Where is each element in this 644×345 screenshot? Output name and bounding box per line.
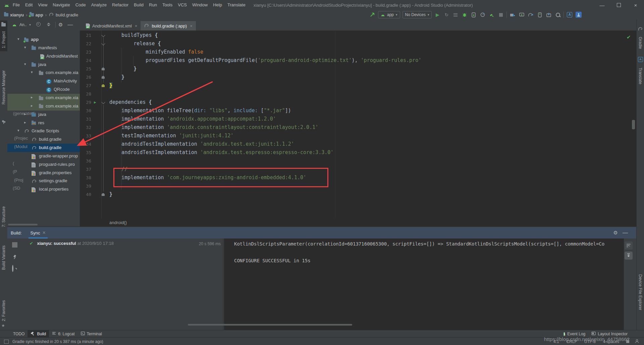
tree-item-java[interactable]: ▾java	[7, 61, 80, 69]
menu-tools[interactable]: Tools	[160, 0, 175, 10]
menu-help[interactable]: Help	[210, 0, 225, 10]
tool-button-build[interactable]: Build	[28, 330, 49, 338]
build-settings-gear-icon[interactable]: ⚙	[613, 230, 618, 236]
tree-item-androidmanifest[interactable]: AndroidManifest	[7, 52, 80, 61]
chevron-down-icon[interactable]: ▾	[24, 45, 26, 50]
fold-end-icon[interactable]	[102, 84, 105, 87]
breadcrumb-build.gradle[interactable]: build.gradle	[49, 12, 78, 17]
maximize-button[interactable]	[610, 0, 627, 10]
tree-item-settings-gradle[interactable]: settings.gradle(Proj	[7, 177, 80, 185]
favorites-star-icon[interactable]: ★	[1, 323, 5, 328]
coverage-icon[interactable]	[452, 11, 459, 18]
chevron-down-icon[interactable]: ▾	[31, 70, 33, 74]
fold-collapse-icon[interactable]	[101, 42, 105, 45]
tool-button-structure[interactable]: 7: Structure	[0, 203, 7, 230]
tool-button-todo[interactable]: TODO	[8, 330, 28, 338]
tool-button-build-variants[interactable]: Build Variants	[0, 240, 7, 275]
tree-item-proguard-rules-pro[interactable]: proguard-rules.pro(	[7, 160, 80, 169]
search-everywhere-icon[interactable]	[554, 11, 561, 18]
tool-button-device-file-explorer[interactable]: Device File Explorer	[637, 263, 644, 322]
tree-item-gradle-properties[interactable]: gradle.properties(P	[7, 169, 80, 177]
chevron-down-icon[interactable]: ▾	[24, 62, 26, 66]
chevron-down-icon[interactable]: ▾	[17, 128, 19, 133]
fold-end-icon[interactable]	[102, 193, 105, 196]
collapse-all-icon[interactable]	[47, 22, 51, 28]
editor-breadcrumb[interactable]: android{}	[80, 218, 636, 226]
tab-sync[interactable]: Sync ×	[27, 227, 49, 238]
sync-status-row[interactable]: ✔ xianyu: successful at 2020/9/10 17:18	[30, 241, 114, 246]
menu-build[interactable]: Build	[131, 0, 146, 10]
device-select[interactable]: No Devices▾	[402, 11, 432, 18]
tree-item-res[interactable]: ▸res	[7, 119, 80, 127]
filter-zoom-icon[interactable]	[12, 266, 13, 272]
tree-item-com-example-xia[interactable]: ▸com.example.xia	[7, 94, 80, 102]
menu-edit[interactable]: Edit	[22, 0, 35, 10]
minimize-button[interactable]: —	[594, 0, 610, 10]
capture-layout-icon[interactable]	[509, 11, 516, 18]
tree-item-qrcode[interactable]: CQRcode	[7, 85, 80, 94]
sync-project-gradle-icon[interactable]	[527, 11, 534, 18]
tool-button-terminal[interactable]: Terminal	[78, 330, 105, 338]
tool-button-favorites[interactable]: 2: Favorites	[0, 299, 7, 323]
editor-vscrollbar[interactable]	[632, 120, 635, 129]
breadcrumb-xianyu[interactable]: xianyu	[4, 12, 24, 17]
tool-button-6-logcat[interactable]: 6: Logcat	[49, 330, 77, 338]
menu-analyze[interactable]: Analyze	[89, 0, 109, 10]
chevron-right-icon[interactable]: ▸	[31, 104, 33, 108]
tree-item-com-example-xia[interactable]: ▸com.example.xia	[7, 102, 80, 111]
build-minimize-icon[interactable]: —	[623, 230, 628, 236]
bookmarks-icon[interactable]	[2, 119, 6, 123]
toolwindow-toggle-icon[interactable]	[4, 340, 9, 344]
attach-debugger-icon[interactable]	[470, 11, 477, 18]
apply-code-changes-icon[interactable]	[488, 11, 495, 18]
breadcrumb-app[interactable]: app	[30, 12, 43, 17]
sdk-manager-icon[interactable]	[545, 11, 552, 18]
stop-build-icon[interactable]	[12, 242, 17, 248]
menu-vcs[interactable]: VCS	[175, 0, 190, 10]
pin-icon[interactable]	[12, 254, 17, 261]
gradle-sync-arrow-icon[interactable]	[369, 11, 376, 18]
chevron-right-icon[interactable]: ▸	[31, 95, 33, 99]
hide-panel-icon[interactable]: —	[67, 22, 73, 28]
tool-button-translate[interactable]: Translate	[637, 64, 644, 88]
locate-file-icon[interactable]	[36, 22, 41, 28]
fold-collapse-icon[interactable]	[101, 100, 105, 104]
fold-end-icon[interactable]	[102, 76, 105, 79]
menu-window[interactable]: Window	[190, 0, 210, 10]
tree-item-local-properties[interactable]: local.properties(SD	[7, 185, 80, 194]
stop-icon[interactable]	[497, 11, 504, 18]
tree-item-app[interactable]: ▾app	[7, 36, 80, 44]
avatar-icon[interactable]	[575, 11, 582, 18]
tool-button-resource-manager[interactable]: Resource Manager	[0, 58, 7, 117]
debug-icon[interactable]	[461, 11, 468, 18]
menu-code[interactable]: Code	[73, 0, 89, 10]
run-icon[interactable]: ▶	[434, 11, 441, 18]
menu-translate[interactable]: Translate	[225, 0, 248, 10]
avd-manager-icon[interactable]	[536, 11, 543, 18]
tree-item-mainactivity[interactable]: CMainActivity	[7, 77, 80, 85]
tree-item-java[interactable]: ▸java(generated)	[7, 111, 80, 119]
tab-close-icon[interactable]: ×	[190, 23, 193, 28]
tree-item-com-example-xia[interactable]: ▾com.example.xia	[7, 69, 80, 77]
menu-run[interactable]: Run	[146, 0, 160, 10]
menu-view[interactable]: View	[35, 0, 50, 10]
device-manager-icon[interactable]	[518, 11, 525, 18]
profiler-icon[interactable]	[479, 11, 486, 18]
translate-icon[interactable]: A	[566, 11, 573, 18]
run-gutter-icon[interactable]: ▶	[94, 98, 96, 107]
log-hscrollbar[interactable]	[188, 324, 352, 326]
menu-file[interactable]: File	[10, 0, 22, 10]
scroll-to-end-icon[interactable]	[625, 252, 633, 260]
tree-hscrollbar[interactable]	[8, 224, 38, 225]
tree-item-gradle-scripts[interactable]: ▾Gradle Scripts	[7, 127, 80, 135]
chevron-right-icon[interactable]: ▸	[24, 112, 26, 116]
menu-refactor[interactable]: Refactor	[109, 0, 131, 10]
apply-changes-icon[interactable]: ↻	[443, 11, 450, 18]
close-button[interactable]: ×	[627, 0, 644, 10]
close-icon[interactable]: ×	[42, 230, 45, 236]
tree-item-gradle-wrapper-prop[interactable]: gradle-wrapper.prop	[7, 152, 80, 160]
editor-tab-build-gradle-app-[interactable]: build.gradle (:app)×	[141, 21, 196, 30]
tree-item-build-gradle[interactable]: build.gradle(Projec	[7, 135, 80, 144]
tool-button-project-label[interactable]: 1: Project	[0, 28, 7, 52]
chevron-right-icon[interactable]: ▸	[24, 120, 26, 125]
